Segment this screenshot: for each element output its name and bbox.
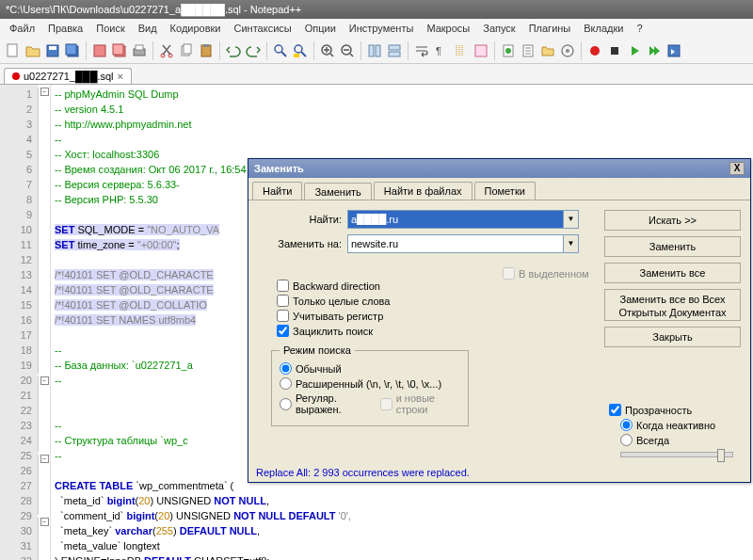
slider-thumb-icon[interactable]	[717, 449, 725, 462]
replace-input[interactable]	[347, 234, 564, 253]
tab-replace[interactable]: Заменить	[304, 183, 371, 200]
find-icon[interactable]	[272, 42, 289, 59]
find-input[interactable]	[347, 210, 564, 229]
undo-icon[interactable]	[225, 42, 242, 59]
record-macro-icon[interactable]	[586, 42, 603, 59]
doc-map-icon[interactable]	[500, 42, 517, 59]
cut-icon[interactable]	[158, 42, 175, 59]
menu-file[interactable]: Файл	[4, 21, 40, 36]
find-dropdown-icon[interactable]: ▼	[564, 210, 579, 229]
wrap-checkbox[interactable]	[277, 325, 289, 337]
open-file-icon[interactable]	[24, 42, 41, 59]
transparency-slider[interactable]	[620, 452, 733, 457]
replace-dialog: Заменить X Найти Заменить Найти в файлах…	[248, 158, 751, 483]
func-list-icon[interactable]	[520, 42, 537, 59]
redo-icon[interactable]	[245, 42, 262, 59]
replace-button[interactable]: Заменить	[604, 236, 741, 257]
menu-help[interactable]: ?	[631, 21, 648, 36]
transparency-checkbox[interactable]	[609, 404, 621, 416]
stop-macro-icon[interactable]	[606, 42, 623, 59]
trans-inactive-radio[interactable]	[620, 419, 633, 431]
svg-point-31	[566, 49, 569, 53]
menu-view[interactable]: Вид	[133, 21, 163, 36]
menu-edit[interactable]: Правка	[42, 21, 88, 36]
play-macro-icon[interactable]	[626, 42, 643, 59]
whole-words-label: Только целые слова	[293, 296, 390, 307]
play-multi-icon[interactable]	[646, 42, 663, 59]
zoom-in-icon[interactable]	[319, 42, 336, 59]
mode-regex-label: Регуляр. выражен.	[296, 392, 375, 415]
replace-dropdown-icon[interactable]: ▼	[564, 234, 579, 253]
zoom-out-icon[interactable]	[339, 42, 356, 59]
mode-extended-radio[interactable]	[280, 377, 292, 390]
fold-box-icon[interactable]: −	[40, 518, 49, 526]
code-text: /*!40101 SET @OLD_COLLATIO	[55, 299, 207, 311]
code-text: ) UNSIGNED	[169, 510, 233, 521]
copy-icon[interactable]	[178, 42, 195, 59]
code-text: --	[55, 450, 61, 461]
indent-guide-icon[interactable]	[453, 42, 470, 59]
match-case-checkbox[interactable]	[277, 310, 289, 322]
line-num: 13	[0, 267, 32, 282]
line-num: 5	[0, 147, 32, 162]
menu-tools[interactable]: Инструменты	[344, 21, 420, 36]
replace-all-button[interactable]: Заменить все	[604, 263, 741, 283]
backward-checkbox[interactable]	[277, 280, 289, 292]
menu-tabs[interactable]: Вкладки	[578, 21, 629, 36]
code-text: 255	[156, 525, 173, 536]
code-text: ,	[266, 495, 269, 506]
replace-icon[interactable]	[292, 42, 309, 59]
tab-find[interactable]: Найти	[252, 182, 302, 200]
line-num: 17	[0, 328, 32, 343]
save-all-icon[interactable]	[64, 42, 81, 59]
print-icon[interactable]	[131, 42, 148, 59]
code-text: NOT NULL	[214, 495, 266, 506]
menu-plugins[interactable]: Плагины	[523, 21, 577, 36]
line-gutter: 1234567891011121314151617181920212223242…	[0, 85, 38, 560]
close-button[interactable]: Закрыть	[604, 327, 741, 347]
tab-mark[interactable]: Пометки	[474, 182, 536, 200]
fold-box-icon[interactable]: −	[40, 88, 49, 96]
monitoring-icon[interactable]	[559, 42, 576, 59]
menu-macros[interactable]: Макросы	[421, 21, 475, 36]
trans-always-radio[interactable]	[620, 434, 633, 446]
search-button[interactable]: Искать >>	[604, 210, 741, 231]
menu-encoding[interactable]: Кодировки	[165, 21, 227, 36]
dialog-close-icon[interactable]: X	[729, 162, 745, 175]
dialog-titlebar[interactable]: Заменить X	[248, 159, 750, 178]
save-icon[interactable]	[44, 42, 61, 59]
wordwrap-icon[interactable]	[413, 42, 430, 59]
svg-rect-15	[203, 44, 209, 47]
save-macro-icon[interactable]	[665, 42, 682, 59]
fold-box-icon[interactable]: −	[40, 376, 49, 385]
line-num: 19	[0, 358, 32, 373]
tab-close-icon[interactable]: ×	[118, 71, 123, 82]
toolbar-separator	[581, 41, 582, 60]
menu-run[interactable]: Запуск	[477, 21, 521, 36]
mode-regex-radio[interactable]	[280, 398, 292, 410]
sync-h-icon[interactable]	[386, 42, 403, 59]
replace-all-open-button[interactable]: Заменить все во Всех Открытых Документах	[604, 289, 741, 321]
user-lang-icon[interactable]	[473, 42, 489, 59]
paste-icon[interactable]	[198, 42, 215, 59]
new-file-icon[interactable]	[5, 42, 22, 59]
menu-syntax[interactable]: Синтаксисы	[229, 21, 297, 36]
search-mode-legend: Режим поиска	[280, 344, 355, 356]
line-num: 27	[0, 478, 32, 493]
sync-v-icon[interactable]	[366, 42, 383, 59]
mode-normal-radio[interactable]	[280, 362, 292, 375]
tab-find-in-files[interactable]: Найти в файлах	[374, 182, 473, 200]
close-all-icon[interactable]	[111, 42, 128, 59]
file-tab[interactable]: u0227271_███.sql ×	[4, 68, 132, 84]
fold-box-icon[interactable]: −	[40, 455, 49, 463]
line-num: 16	[0, 312, 32, 328]
folder-panel-icon[interactable]	[539, 42, 556, 59]
show-all-chars-icon[interactable]: ¶	[433, 42, 450, 59]
menu-options[interactable]: Опции	[299, 21, 342, 36]
close-file-icon[interactable]	[91, 42, 108, 59]
code-text: varchar	[115, 525, 152, 536]
menu-search[interactable]: Поиск	[90, 21, 130, 36]
mode-normal-row: Обычный	[280, 362, 460, 375]
toolbar-separator	[219, 41, 220, 60]
whole-words-checkbox[interactable]	[277, 295, 289, 307]
